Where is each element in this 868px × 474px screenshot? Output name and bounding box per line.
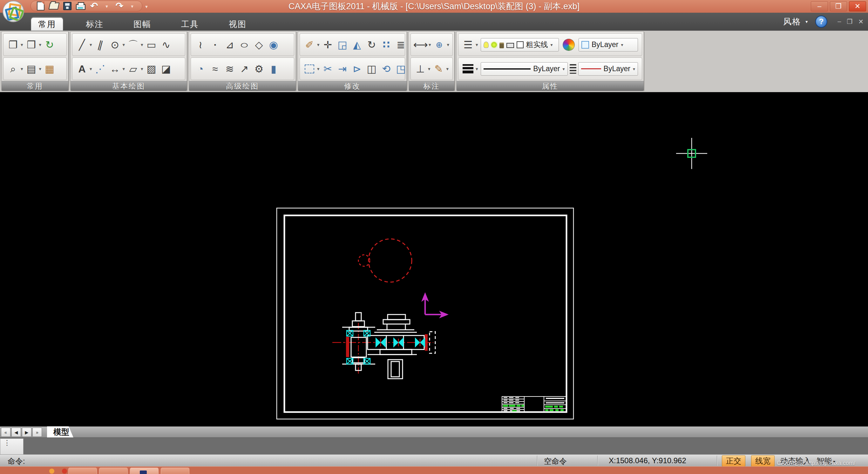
block-button[interactable] [126,61,140,77]
trim-button[interactable] [321,61,335,77]
style-dropdown[interactable]: 风格 [783,16,808,27]
dimension-edit-dropdown[interactable]: ▾ [446,66,449,72]
parallel-line-button[interactable] [93,36,107,53]
corner-button[interactable] [394,61,408,77]
section-button[interactable] [159,61,173,77]
taskbar-tray-icon[interactable] [49,469,54,474]
tolerance-dropdown[interactable]: ▾ [447,42,449,48]
arrow-button[interactable] [237,61,251,77]
command-prompt[interactable]: 命令: [8,456,25,466]
erase-button[interactable] [303,36,316,53]
function-plot-button[interactable] [223,36,237,53]
layer-tool-button[interactable] [461,36,475,53]
extend-button[interactable] [336,61,349,77]
copy-button[interactable] [6,36,20,53]
layer-tool-dropdown[interactable]: ▾ [476,42,478,48]
tab-changyong[interactable]: 常用 [31,18,63,31]
palette-button[interactable] [42,61,57,77]
point-divide-button[interactable] [93,61,107,77]
arc-dropdown[interactable]: ▾ [141,42,143,48]
paste-button[interactable] [25,36,38,53]
plot-dropdown[interactable]: ▾ [39,66,42,72]
gear-circle-button[interactable] [267,36,281,53]
tab-tufu[interactable]: 图幅 [126,18,158,31]
color-wheel-icon[interactable] [563,39,575,51]
rotate-3d-button[interactable] [379,61,393,77]
first-sheet-button[interactable]: « [1,428,10,437]
linear-dimension-button[interactable] [413,36,428,53]
block-dropdown[interactable]: ▾ [141,66,143,72]
help-icon[interactable]: ? [815,15,827,28]
color-combo[interactable]: ByLayer ▾ [579,38,638,52]
linear-dimension-dropdown[interactable]: ▾ [429,42,431,48]
shear-button[interactable] [350,61,364,77]
stretch-button[interactable] [303,61,316,77]
array-button[interactable] [379,36,393,53]
zoom-dropdown[interactable]: ▾ [21,66,23,72]
line-dropdown[interactable]: ▾ [90,42,92,48]
print-button[interactable] [76,2,86,10]
app-logo-icon[interactable] [3,1,24,22]
line-tool-button[interactable] [75,36,89,53]
layer-combo[interactable]: 粗实线 ▾ [481,38,559,52]
paste-dropdown[interactable]: ▾ [39,42,42,48]
command-history-grip[interactable]: ⋮ [0,438,24,456]
dimension-dropdown[interactable]: ▾ [123,66,125,72]
erase-dropdown[interactable]: ▾ [317,42,320,48]
tab-biaozhu[interactable]: 标注 [79,18,111,31]
undo-button[interactable]: ↶ [90,2,98,10]
tab-gongju[interactable]: 工具 [174,18,206,31]
mirror-button[interactable] [350,36,364,53]
taskbar-app-button[interactable] [130,468,159,474]
plot-preview-button[interactable] [25,61,38,77]
offset-button[interactable] [394,36,408,53]
open-file-button[interactable] [49,2,59,10]
redo-button[interactable]: ↷ [115,2,124,10]
tab-shitu[interactable]: 视图 [222,18,253,31]
wave-line-button[interactable] [208,61,222,77]
tab-model[interactable]: 模型 [47,426,74,438]
mdi-close-button[interactable]: ✕ [858,18,864,25]
last-sheet-button[interactable]: » [32,428,42,437]
redo-dropdown[interactable]: ▾ [128,2,136,10]
mdi-minimize-button[interactable]: – [837,18,841,25]
copy-scale-button[interactable] [336,36,349,53]
save-button[interactable] [63,2,71,10]
taskbar-app-button[interactable] [68,468,97,474]
taskbar-app-button[interactable] [161,468,189,474]
taskbar-app-button[interactable] [99,468,128,474]
text-dropdown[interactable]: ▾ [90,66,92,72]
zigzag-line-button[interactable] [223,61,237,77]
rotate-button[interactable] [365,36,379,53]
hatch-button[interactable] [145,61,159,77]
tolerance-button[interactable] [432,36,446,53]
drawing-canvas[interactable] [0,92,868,426]
undo-dropdown[interactable]: ▾ [103,2,111,10]
spline-button[interactable] [193,36,208,53]
linetype-manager-icon[interactable] [570,64,576,74]
mdi-restore-button[interactable]: ❐ [847,18,852,25]
ellipse-button[interactable] [237,36,251,53]
maximize-button[interactable]: ❐ [830,1,847,11]
linetype-combo[interactable]: ByLayer ▾ [481,62,568,75]
quarter-view-button[interactable] [193,61,208,77]
linestyle-combo[interactable]: ByLayer ▾ [578,62,638,75]
copy-dropdown[interactable]: ▾ [21,42,23,48]
break-button[interactable] [365,61,379,77]
coordinate-dimension-dropdown[interactable]: ▾ [428,66,431,72]
dimension-edit-button[interactable] [432,61,446,77]
text-tool-button[interactable] [75,61,89,77]
coordinate-dimension-button[interactable] [413,61,427,77]
move-button[interactable] [321,36,335,53]
polygon-button[interactable] [252,36,266,53]
circle-dropdown[interactable]: ▾ [123,42,125,48]
rectangle-tool-button[interactable] [145,36,159,53]
arc-tool-button[interactable] [126,36,140,53]
cylinder-button[interactable] [267,61,281,77]
ortho-toggle[interactable]: 正交 [722,455,745,467]
close-button[interactable]: ✕ [849,1,866,11]
point-button[interactable] [208,36,222,53]
ole-refresh-button[interactable] [42,36,57,53]
stretch-dropdown[interactable]: ▾ [317,66,320,72]
linewidth-dropdown[interactable]: ▾ [476,66,478,72]
